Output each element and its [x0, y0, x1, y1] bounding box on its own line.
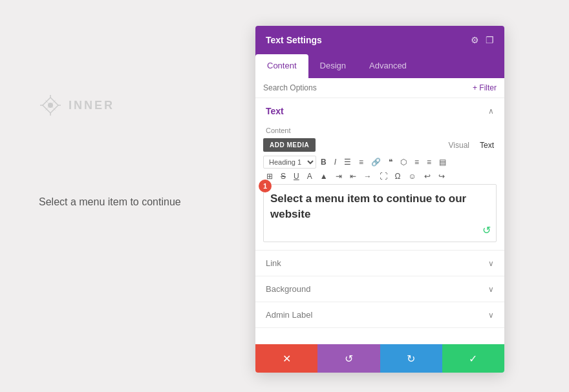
indent-button[interactable]: ⇥: [332, 170, 345, 183]
action-bar: ✕ ↺ ↻ ✓: [255, 344, 504, 373]
align-left-button[interactable]: ⬡: [397, 156, 410, 169]
save-button[interactable]: ✓: [442, 344, 504, 373]
tab-advanced[interactable]: Advanced: [358, 54, 418, 78]
outdent-button[interactable]: ⇤: [347, 170, 360, 183]
emoji-button[interactable]: ☺: [405, 170, 420, 183]
link-button[interactable]: 🔗: [368, 156, 384, 169]
text-view-button[interactable]: Text: [477, 139, 497, 151]
unordered-list-button[interactable]: ☰: [341, 156, 354, 169]
panel-header-icons: ⚙ ❐: [471, 35, 494, 45]
align-right-button[interactable]: ≡: [424, 156, 435, 169]
filter-button[interactable]: + Filter: [473, 83, 497, 92]
panel-title: Text Settings: [266, 35, 322, 45]
editor-content[interactable]: Select a menu item to continue to our we…: [270, 191, 489, 222]
editor-area: ADD MEDIA Visual Text Heading 1 Heading …: [255, 138, 504, 250]
redo-button[interactable]: ↪: [435, 170, 448, 183]
link-section-title: Link: [266, 258, 281, 268]
align-center-button[interactable]: ≡: [411, 156, 422, 169]
align-justify-button[interactable]: ▤: [436, 156, 449, 169]
editor-body[interactable]: 1 Select a menu item to continue to our …: [263, 184, 497, 242]
tab-content[interactable]: Content: [255, 54, 308, 78]
background-text: Select a menu item to continue: [39, 196, 181, 208]
blockquote-button[interactable]: ❝: [385, 156, 396, 169]
link-section-toggle[interactable]: ∨: [488, 259, 494, 268]
undo-button[interactable]: ↩: [421, 170, 434, 183]
admin-label-section-toggle[interactable]: ∨: [488, 311, 494, 320]
admin-label-section-title: Admin Label: [266, 310, 312, 320]
editor-number-badge: 1: [259, 180, 272, 192]
italic-button[interactable]: I: [331, 156, 339, 169]
background-section-toggle[interactable]: ∨: [488, 285, 494, 294]
search-bar: + Filter: [255, 78, 504, 98]
tab-design[interactable]: Design: [308, 54, 358, 78]
editor-top: ADD MEDIA Visual Text: [263, 138, 497, 152]
logo-area: INNER: [39, 94, 114, 117]
background-section[interactable]: Background ∨: [255, 276, 504, 302]
special-char-button[interactable]: Ω: [392, 170, 404, 183]
visual-view-button[interactable]: Visual: [446, 139, 472, 151]
text-section-toggle[interactable]: ∧: [488, 107, 494, 116]
heading-select[interactable]: Heading 1 Heading 2 Paragraph: [263, 156, 316, 169]
settings-icon[interactable]: ⚙: [471, 35, 479, 45]
highlight-button[interactable]: ▲: [317, 170, 331, 183]
text-section: Text ∧ Content ADD MEDIA Visual Text Hea…: [255, 98, 504, 251]
reset-button[interactable]: ↺: [317, 344, 380, 373]
indent-more-button[interactable]: →: [361, 170, 375, 183]
underline-button[interactable]: U: [290, 170, 303, 183]
cancel-button[interactable]: ✕: [255, 344, 317, 373]
toolbar-row-1: Heading 1 Heading 2 Paragraph B I ☰ ≡ 🔗 …: [263, 156, 497, 169]
panel-content: Text ∧ Content ADD MEDIA Visual Text Hea…: [255, 98, 504, 344]
content-label: Content: [255, 124, 504, 138]
admin-label-section[interactable]: Admin Label ∨: [255, 302, 504, 328]
background-section-title: Background: [266, 284, 310, 294]
view-toggle: Visual Text: [446, 139, 497, 151]
link-section[interactable]: Link ∨: [255, 251, 504, 276]
text-section-header[interactable]: Text ∧: [255, 98, 504, 124]
logo-text: INNER: [69, 99, 114, 112]
panel-header: Text Settings ⚙ ❐: [255, 26, 504, 54]
text-section-title: Text: [266, 106, 284, 116]
font-color-button[interactable]: A: [304, 170, 316, 183]
editor-refresh-icon[interactable]: ↺: [482, 224, 491, 236]
bold-button[interactable]: B: [317, 156, 330, 169]
strikethrough-button[interactable]: S: [277, 170, 289, 183]
collapse-icon[interactable]: ❐: [486, 35, 494, 45]
search-input[interactable]: [263, 83, 392, 92]
add-media-button[interactable]: ADD MEDIA: [263, 138, 316, 152]
logo-icon: [39, 94, 62, 117]
toolbar-row-2: ⊞ S U A ▲ ⇥ ⇤ → ⛶ Ω ☺ ↩ ↪: [263, 170, 497, 183]
fullscreen-button[interactable]: ⛶: [376, 170, 391, 183]
settings-panel: Text Settings ⚙ ❐ Content Design Advance…: [255, 26, 504, 373]
tab-bar: Content Design Advanced: [255, 54, 504, 78]
ordered-list-button[interactable]: ≡: [356, 156, 367, 169]
redo-button[interactable]: ↻: [380, 344, 442, 373]
